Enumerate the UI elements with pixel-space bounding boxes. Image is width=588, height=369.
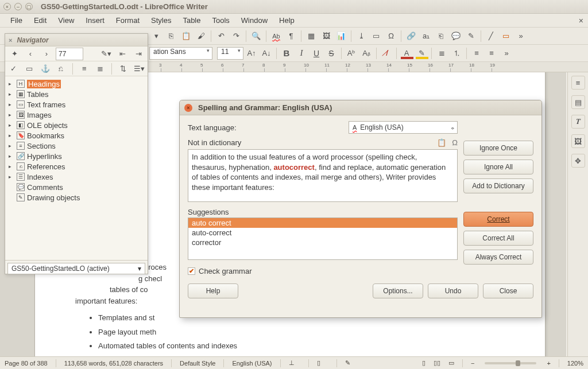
grow-font-icon[interactable]: A↑ xyxy=(245,46,258,60)
nav-promote-icon[interactable]: ⇤ xyxy=(115,47,129,61)
font-name-select[interactable]: ation Sans xyxy=(149,47,212,60)
clone-format-icon[interactable]: 🖌 xyxy=(194,29,208,43)
image-icon[interactable]: 🖼 xyxy=(319,29,333,43)
more-format-icon[interactable]: » xyxy=(500,46,513,60)
styles-icon[interactable]: 𝑻 xyxy=(571,115,585,129)
font-color-icon[interactable]: A xyxy=(400,46,413,60)
add-to-dictionary-button[interactable]: Add to Dictionary xyxy=(463,178,533,193)
nav-levels-icon[interactable]: ⇅ xyxy=(117,62,130,76)
hyperlink-icon[interactable]: 🔗 xyxy=(404,29,418,43)
doc-close-icon[interactable]: × xyxy=(579,16,583,25)
correct-button[interactable]: Correct xyxy=(463,212,533,227)
nav-item-sections[interactable]: ▸≡Sections xyxy=(9,141,144,151)
list-item[interactable]: Page layout meth xyxy=(98,325,505,340)
undo-icon[interactable]: ↶ xyxy=(214,29,228,43)
correct-all-button[interactable]: Correct All xyxy=(463,231,533,246)
zoom-level[interactable]: 120% xyxy=(567,360,583,367)
italic-icon[interactable]: I xyxy=(295,46,308,60)
nav-item-comments[interactable]: 💬Comments xyxy=(9,182,144,192)
nonprinting-icon[interactable]: ¶ xyxy=(284,29,298,43)
minimize-window-icon[interactable]: – xyxy=(14,3,22,10)
shapes-icon[interactable]: ▭ xyxy=(499,29,513,43)
nav-item-textframes[interactable]: ▸▭Text frames xyxy=(9,99,144,110)
properties-icon[interactable]: ▤ xyxy=(571,95,585,109)
suggestion-item[interactable]: auto-correct xyxy=(188,228,457,238)
nav-listbox-icon[interactable]: ☰▾ xyxy=(133,62,146,76)
nav-toggle-icon[interactable]: ✦ xyxy=(7,47,21,61)
status-signature-icon[interactable]: ✎ xyxy=(345,359,350,367)
line-icon[interactable]: ╱ xyxy=(484,29,498,43)
highlight-icon[interactable]: ✎ xyxy=(415,46,428,60)
subscript-icon[interactable]: Aᵦ xyxy=(359,46,373,60)
strikethrough-icon[interactable]: S xyxy=(324,46,338,60)
shrink-font-icon[interactable]: A↓ xyxy=(260,46,273,60)
nav-header2-icon[interactable]: ≡ xyxy=(78,62,91,76)
sidebar-settings-icon[interactable]: ≡ xyxy=(571,76,585,90)
maximize-window-icon[interactable]: ▢ xyxy=(25,3,33,10)
view-book-icon[interactable]: ▭ xyxy=(448,359,454,367)
font-size-select[interactable]: 11 xyxy=(217,47,243,60)
language-select[interactable]: AEnglish (USA) xyxy=(349,121,458,134)
navigator-titlebar[interactable]: × Navigator xyxy=(5,34,148,46)
menu-window[interactable]: Window xyxy=(235,15,273,26)
spellcheck-icon[interactable]: Ab xyxy=(269,29,283,43)
menu-tools[interactable]: Tools xyxy=(206,15,235,26)
close-button[interactable]: Close xyxy=(483,283,533,298)
gallery-icon[interactable]: 🖼 xyxy=(571,134,585,148)
tracking-icon[interactable]: ✎ xyxy=(464,29,478,43)
nav-item-drawings[interactable]: ✎Drawing objects xyxy=(9,192,144,203)
view-multi-icon[interactable]: ▯▯ xyxy=(434,359,440,367)
bookmark-icon[interactable]: ⎗ xyxy=(434,29,448,43)
undo-button[interactable]: Undo xyxy=(428,283,478,298)
copy-icon[interactable]: ⎘ xyxy=(164,29,178,43)
chart-icon[interactable]: 📊 xyxy=(334,29,348,43)
sentence-textarea[interactable]: In addition to the usual features of a w… xyxy=(188,149,458,202)
special-char-dlg-icon[interactable]: Ω xyxy=(452,138,458,147)
options-button[interactable]: Options... xyxy=(373,283,423,298)
status-insert-mode[interactable]: ⊥ xyxy=(289,359,300,367)
nav-header-icon[interactable]: ▭ xyxy=(24,62,36,76)
list-item[interactable]: Automated tables of contents and indexes xyxy=(98,339,505,354)
field-icon[interactable]: ▭ xyxy=(369,29,383,43)
find-icon[interactable]: 🔍 xyxy=(249,29,263,43)
menu-edit[interactable]: Edit xyxy=(28,15,52,26)
menu-insert[interactable]: Insert xyxy=(80,15,110,26)
nav-item-tables[interactable]: ▸▦Tables xyxy=(9,89,144,99)
align-center-icon[interactable]: ≡ xyxy=(485,46,498,60)
paste-special-icon[interactable]: 📋 xyxy=(437,138,446,147)
view-single-icon[interactable]: ▯ xyxy=(422,359,425,367)
special-char-icon[interactable]: Ω xyxy=(384,29,398,43)
menu-help[interactable]: Help xyxy=(273,15,300,26)
navigator-side-icon[interactable]: ✥ xyxy=(571,154,585,168)
bullet-list-icon[interactable]: ≣ xyxy=(435,46,448,60)
underline-icon[interactable]: U xyxy=(310,46,323,60)
nav-footer-icon[interactable]: ≣ xyxy=(94,62,107,76)
nav-item-images[interactable]: ▸🖼Images xyxy=(9,110,144,120)
number-list-icon[interactable]: ⒈ xyxy=(450,46,463,60)
navigator-doc-select[interactable]: GS50-GettingStartedLO (active)▾ xyxy=(7,263,145,274)
nav-next-icon[interactable]: › xyxy=(40,47,53,61)
nav-dragmode-icon[interactable]: ✎▾ xyxy=(99,47,113,61)
align-left-icon[interactable]: ≡ xyxy=(470,46,483,60)
nav-page-spin[interactable]: 77 xyxy=(56,48,83,60)
navigator-close-icon[interactable]: × xyxy=(9,37,12,44)
redo-icon[interactable]: ↷ xyxy=(229,29,243,43)
nav-contentview-icon[interactable]: ✓ xyxy=(7,62,20,76)
nav-reminder-icon[interactable]: ⎌ xyxy=(55,62,68,76)
footnote-icon[interactable]: a₁ xyxy=(419,29,433,43)
new-doc-icon[interactable]: ▾ xyxy=(149,29,163,43)
zoom-out-icon[interactable]: − xyxy=(471,360,474,367)
check-grammar-checkbox[interactable]: ✔ xyxy=(188,267,195,275)
nav-item-hyperlinks[interactable]: ▸🔗Hyperlinks xyxy=(9,151,144,161)
suggestions-list[interactable]: auto correct auto-correct corrector xyxy=(188,217,458,260)
menu-view[interactable]: View xyxy=(52,15,80,26)
nav-item-references[interactable]: ▸⎌References xyxy=(9,161,144,172)
nav-prev-icon[interactable]: ‹ xyxy=(24,47,37,61)
dialog-close-icon[interactable]: × xyxy=(184,104,192,112)
status-selection-mode-icon[interactable]: ▯ xyxy=(317,359,328,367)
dialog-titlebar[interactable]: × Spelling and Grammar: English (USA) xyxy=(180,100,541,115)
zoom-in-icon[interactable]: + xyxy=(547,360,550,367)
status-page[interactable]: Page 80 of 388 xyxy=(5,360,48,367)
menu-table[interactable]: Table xyxy=(177,15,206,26)
help-button[interactable]: Help xyxy=(188,283,238,298)
